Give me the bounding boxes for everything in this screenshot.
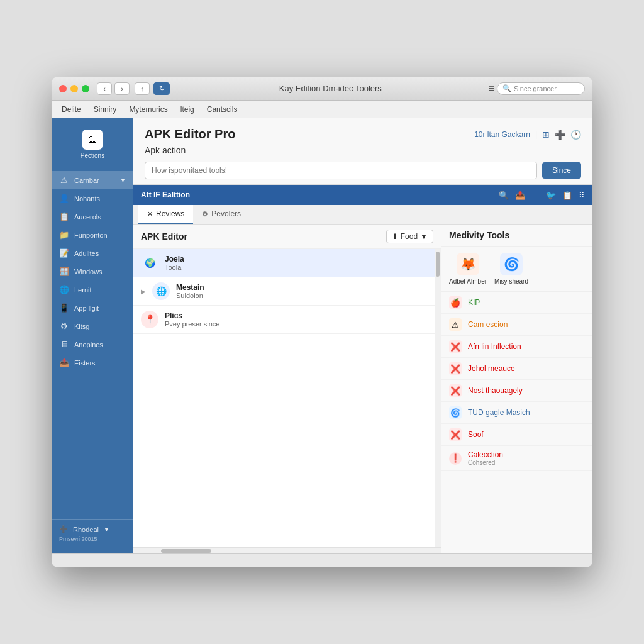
app-bar-title: Att IF EaIttion: [141, 191, 499, 199]
tab-pevolers[interactable]: ⚙ Pevolers: [193, 205, 250, 224]
sidebar-footer-label: Rhodeal: [73, 526, 99, 533]
sidebar-footer: ➕ Rhodeal ▼ Prnsevri 20015: [52, 519, 133, 547]
tool-list-calecction[interactable]: ❗ Calecction Cohsered: [441, 446, 592, 471]
sidebar-item-carnbar[interactable]: ⚠ Carnbar ▼: [52, 171, 133, 189]
close-button[interactable]: [59, 85, 67, 92]
tab-reviews[interactable]: ✕ Reviews: [138, 205, 193, 224]
tool-label-adbet: Adbet Almber: [449, 278, 487, 285]
back-button[interactable]: ‹: [97, 82, 112, 95]
list-item-info-mestain: Mestain Suldoion: [176, 283, 427, 299]
tool-icon-firefox: 🦊: [457, 253, 479, 275]
tool-list-jehol[interactable]: ❌ Jehol meauce: [441, 358, 592, 380]
app-bar-icons: 🔍 📤 — 🐦 📋 ⠿: [499, 191, 585, 200]
up-button[interactable]: ↑: [135, 82, 150, 95]
list-area: 🌍 Joela Toola ▶ 🌐 Mestain: [133, 249, 435, 547]
food-dropdown[interactable]: ⬆ Food ▼: [386, 230, 433, 243]
tool-list-name-jehol: Jehol meauce: [468, 364, 585, 373]
tool-list-name-soof: Soof: [468, 430, 585, 439]
error-icon-jehol: ❌: [449, 362, 462, 375]
toolbar-item-cantscils[interactable]: Cantscils: [207, 105, 238, 114]
scrollbar[interactable]: [435, 249, 441, 547]
twitter-app-icon: 🐦: [546, 191, 556, 200]
list-item-mestain[interactable]: ▶ 🌐 Mestain Suldoion: [133, 277, 435, 306]
gear-icon: ⚙: [59, 321, 69, 331]
tool-list-name-camestion: Cam escion: [468, 320, 585, 329]
tool-list-afn[interactable]: ❌ Afn lin Inflection: [441, 336, 592, 358]
dropdown-chevron-icon: ▼: [420, 232, 428, 241]
sidebar-add-button[interactable]: ➕ Rhodeal ▼: [59, 525, 126, 533]
sidebar-item-adulites[interactable]: 📝 Adulites: [52, 244, 133, 262]
left-panel-title: APK Editor: [141, 231, 187, 242]
tab-gear-icon: ⚙: [202, 210, 208, 218]
tool-list-camestion[interactable]: ⚠ Cam escion: [441, 314, 592, 336]
window-icon: 🪟: [59, 267, 69, 276]
sidebar-item-appllgit[interactable]: 📱 App llgit: [52, 299, 133, 317]
minimize-button[interactable]: [70, 85, 78, 92]
list-item-sub-plics: Pvey preser since: [165, 320, 427, 328]
grid-app-icon: ⠿: [579, 191, 585, 200]
list-item-joela[interactable]: 🌍 Joela Toola: [133, 249, 435, 277]
search-bar[interactable]: 🔍 Since grancer: [497, 82, 585, 95]
main-search-input[interactable]: [145, 162, 537, 179]
minus-app-icon: —: [531, 191, 540, 200]
food-label: Food: [401, 232, 418, 241]
warning-icon: ⚠: [449, 318, 462, 331]
sidebar-item-aucerols[interactable]: 📋 Aucerols: [52, 208, 133, 226]
tool-list-name-tud: TUD gagle Masich: [468, 408, 585, 417]
tool-list-soof[interactable]: ❌ Soof: [441, 424, 592, 446]
refresh-button[interactable]: ↻: [153, 82, 170, 95]
add-icon[interactable]: ➕: [555, 130, 565, 140]
avatar-mestain: 🌐: [152, 282, 170, 300]
tool-list-nost[interactable]: ❌ Nost thaouagely: [441, 380, 592, 402]
chevron-icon: ▼: [120, 177, 126, 184]
globe-icon: 🌐: [59, 285, 69, 294]
sidebar-label-nohants: Nohants: [74, 195, 126, 203]
since-button[interactable]: Since: [542, 162, 581, 179]
sidebar-item-funponton[interactable]: 📁 Funponton: [52, 226, 133, 244]
maximize-button[interactable]: [82, 85, 89, 92]
mobile-icon: 📱: [59, 303, 69, 313]
tool-list-tud[interactable]: 🌀 TUD gagle Masich: [441, 402, 592, 424]
list-item-plics[interactable]: 📍 Plics Pvey preser since: [133, 306, 435, 334]
grid-icon[interactable]: ⊞: [542, 130, 550, 140]
sidebar-item-nohants[interactable]: 👤 Nohants: [52, 189, 133, 208]
traffic-lights: [59, 85, 89, 92]
tool-adbet-almber[interactable]: 🦊 Adbet Almber: [449, 253, 487, 285]
share-app-icon: 📤: [515, 191, 525, 200]
horizontal-scrollbar[interactable]: [133, 547, 441, 553]
sidebar-item-kitsg[interactable]: ⚙ Kitsg: [52, 317, 133, 335]
content-title-row: APK Editor Pro 10r ltan Gackarn | ⊞ ➕ 🕐: [145, 127, 581, 142]
search-placeholder: Since grancer: [514, 85, 557, 92]
folder-icon: 📁: [59, 230, 69, 240]
tab-pevolers-label: Pevolers: [211, 209, 241, 218]
sidebar-item-windows[interactable]: 🪟 Windows: [52, 262, 133, 280]
tool-list-sub-calecction: Cohsered: [468, 459, 585, 466]
toolbar-item-sinniry[interactable]: Sinniry: [94, 105, 117, 114]
sidebar-label-carnbar: Carnbar: [74, 177, 115, 184]
sidebar-item-anopines[interactable]: 🖥 Anopines: [52, 335, 133, 353]
hamburger-button[interactable]: ≡: [489, 83, 494, 94]
plus-icon: ➕: [59, 525, 68, 533]
sidebar-label-eisters: Eisters: [74, 359, 126, 367]
tool-misy-sheard[interactable]: 🌀 Misy sheard: [494, 253, 528, 285]
toolbar-item-lteig[interactable]: lteig: [180, 105, 194, 114]
forward-button[interactable]: ›: [114, 82, 130, 95]
avatar-joela: 🌍: [141, 254, 158, 272]
clock-icon[interactable]: 🕐: [570, 130, 581, 140]
search-row: Since: [145, 162, 581, 179]
list-item-sub-joela: Toola: [165, 264, 427, 271]
sidebar-item-eisters[interactable]: 📤 Eisters: [52, 353, 133, 372]
content-link[interactable]: 10r ltan Gackarn: [474, 130, 530, 139]
tool-list: 🍎 KIP ⚠ Cam escion ❌: [441, 292, 592, 553]
copy-app-icon: 📋: [562, 191, 572, 200]
tool-list-kip[interactable]: 🍎 KIP: [441, 292, 592, 314]
sidebar-version: Prnsevri 20015: [59, 536, 126, 542]
toolbar-item-delite[interactable]: Delite: [62, 105, 81, 114]
toolbar-item-mytemurics[interactable]: Mytemurics: [129, 105, 167, 114]
toolbar: Delite Sinniry Mytemurics lteig Cantscil…: [52, 101, 592, 118]
tool-list-info-jehol: Jehol meauce: [468, 364, 585, 373]
error-icon-soof: ❌: [449, 428, 462, 441]
sidebar-item-lernit[interactable]: 🌐 Lernit: [52, 280, 133, 299]
title-bar: ‹ › ↑ ↻ Kay Edition Dm-idec Toolers ≡ 🔍 …: [52, 77, 592, 101]
tool-list-info-tud: TUD gagle Masich: [468, 408, 585, 417]
